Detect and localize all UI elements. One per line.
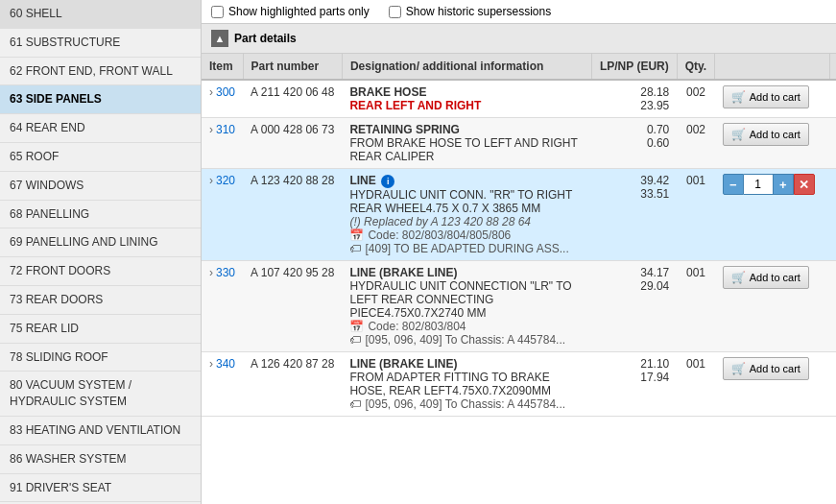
desig-code: 📅 Code: 802/803/804/805/806 xyxy=(349,228,584,242)
sidebar-item-67[interactable]: 67 WINDOWS xyxy=(0,172,201,201)
price-cell: 21.1017.94 xyxy=(591,352,677,417)
sidebar-item-83[interactable]: 83 HEATING AND VENTILATION xyxy=(0,417,201,445)
sidebar-item-63[interactable]: 63 SIDE PANELS xyxy=(0,85,201,114)
sidebar: 60 SHELL61 SUBSTRUCTURE62 FRONT END, FRO… xyxy=(0,0,202,504)
action-cell: 🛒 Add to cart xyxy=(715,261,830,352)
part-number: A 126 420 87 28 xyxy=(251,357,334,371)
designation-cell: LINE (BRAKE LINE)FROM ADAPTER FITTING TO… xyxy=(342,352,591,417)
info-icon[interactable]: i xyxy=(381,175,394,188)
col-part-number: Part number xyxy=(243,54,342,80)
price-cell: 28.1823.95 xyxy=(591,80,677,118)
sidebar-item-65[interactable]: 65 ROOF xyxy=(0,143,201,172)
avl-cell xyxy=(830,80,836,118)
collapse-button[interactable]: ▲ xyxy=(211,30,228,47)
sidebar-item-62[interactable]: 62 FRONT END, FRONT WALL xyxy=(0,58,201,86)
item-number[interactable]: 320 xyxy=(216,174,235,187)
item-cell: ›320 xyxy=(202,169,243,261)
sidebar-item-64[interactable]: 64 REAR END xyxy=(0,114,201,143)
avl-cell xyxy=(830,261,836,352)
qty-value: 002 xyxy=(686,123,705,136)
table-row: ›330A 107 420 95 28LINE (BRAKE LINE)HYDR… xyxy=(202,261,836,352)
col-action xyxy=(715,54,830,80)
add-to-cart-button[interactable]: 🛒 Add to cart xyxy=(723,266,809,289)
price1: 28.18 xyxy=(599,85,669,99)
part-number: A 123 420 88 28 xyxy=(251,174,334,187)
action-cell: 🛒 Add to cart xyxy=(715,80,830,118)
expand-arrow: › xyxy=(209,85,213,99)
designation-cell: RETAINING SPRINGFROM BRAKE HOSE TO LEFT … xyxy=(342,118,591,169)
col-avl: Avl. xyxy=(830,54,836,80)
table-row: ›340A 126 420 87 28LINE (BRAKE LINE)FROM… xyxy=(202,352,836,417)
qty-minus-button[interactable]: − xyxy=(723,174,744,195)
item-cell: ›330 xyxy=(202,261,243,352)
sidebar-item-69[interactable]: 69 PANELLING AND LINING xyxy=(0,228,201,257)
col-designation: Designation/ additional information xyxy=(342,54,591,80)
tag-icon: 🏷 xyxy=(349,333,361,347)
col-qty: Qty. xyxy=(677,54,714,80)
add-to-cart-button[interactable]: 🛒 Add to cart xyxy=(723,85,809,108)
price1: 39.42 xyxy=(599,174,669,187)
designation-cell: BRAKE HOSEREAR LEFT AND RIGHT xyxy=(342,80,591,118)
item-number[interactable]: 330 xyxy=(216,266,235,279)
calendar-icon: 📅 xyxy=(349,320,364,333)
add-to-cart-button[interactable]: 🛒 Add to cart xyxy=(723,123,809,146)
price-cell: 0.700.60 xyxy=(591,118,677,169)
part-number-cell: A 211 420 06 48 xyxy=(243,80,342,118)
tag-icon: 🏷 xyxy=(349,397,361,411)
sidebar-item-80[interactable]: 80 VACUUM SYSTEM / HYDRAULIC SYSTEM xyxy=(0,372,201,417)
desig-line1: LINE (BRAKE LINE) xyxy=(349,357,584,371)
table-row: ›320A 123 420 88 28LINE iHYDRAULIC UNIT … xyxy=(202,169,836,261)
item-number[interactable]: 300 xyxy=(216,85,235,99)
price1: 21.10 xyxy=(599,357,669,371)
avl-cell xyxy=(830,169,836,261)
calendar-icon: 📅 xyxy=(349,228,364,242)
qty-value: 001 xyxy=(686,174,705,187)
topbar: Show highlighted parts only Show histori… xyxy=(202,0,836,24)
sidebar-item-78[interactable]: 78 SLIDING ROOF xyxy=(0,344,201,372)
item-number[interactable]: 310 xyxy=(216,123,235,136)
sidebar-item-91[interactable]: 91 DRIVER'S SEAT xyxy=(0,474,201,503)
qty-cell: 001 xyxy=(677,169,714,261)
qty-plus-button[interactable]: + xyxy=(773,174,794,195)
item-cell: ›310 xyxy=(202,118,243,169)
item-number[interactable]: 340 xyxy=(216,357,235,371)
part-number: A 211 420 06 48 xyxy=(251,85,334,99)
desig-line2: HYDRAULIC UNIT CONNECTION "LR" TO LEFT R… xyxy=(349,279,584,320)
qty-value: 002 xyxy=(686,85,705,99)
avl-cell xyxy=(830,352,836,417)
price2: 23.95 xyxy=(599,99,669,112)
qty-value: 001 xyxy=(686,266,705,279)
price1: 0.70 xyxy=(599,123,669,136)
col-item: Item xyxy=(202,54,243,80)
sidebar-item-61[interactable]: 61 SUBSTRUCTURE xyxy=(0,29,201,58)
sidebar-item-72[interactable]: 72 FRONT DOORS xyxy=(0,257,201,286)
qty-cell: 002 xyxy=(677,118,714,169)
part-number-cell: A 126 420 87 28 xyxy=(243,352,342,417)
desig-line2: REAR LEFT AND RIGHT xyxy=(349,99,584,112)
qty-input[interactable] xyxy=(744,174,773,195)
part-details-title: Part details xyxy=(234,32,297,45)
desig-line3: (!) Replaced by A 123 420 88 28 64 xyxy=(349,215,584,228)
cart-icon: 🛒 xyxy=(731,271,746,284)
part-details-header: ▲ Part details xyxy=(202,24,836,54)
qty-close-button[interactable]: ✕ xyxy=(794,174,815,195)
add-to-cart-button[interactable]: 🛒 Add to cart xyxy=(723,357,809,380)
desig-line2: FROM ADAPTER FITTING TO BRAKE HOSE, REAR… xyxy=(349,371,584,397)
highlighted-parts-checkbox[interactable]: Show highlighted parts only xyxy=(211,5,370,18)
part-number: A 107 420 95 28 xyxy=(251,266,334,279)
sidebar-item-75[interactable]: 75 REAR LID xyxy=(0,315,201,344)
price2: 33.51 xyxy=(599,187,669,201)
part-number-cell: A 107 420 95 28 xyxy=(243,261,342,352)
action-cell: − + ✕ xyxy=(715,169,830,261)
expand-arrow: › xyxy=(209,266,213,279)
sidebar-item-86[interactable]: 86 WASHER SYSTEM xyxy=(0,445,201,474)
expand-arrow: › xyxy=(209,357,213,371)
parts-table-container: Item Part number Designation/ additional… xyxy=(202,54,836,504)
sidebar-item-68[interactable]: 68 PANELLING xyxy=(0,201,201,229)
price-cell: 34.1729.04 xyxy=(591,261,677,352)
qty-cell: 002 xyxy=(677,80,714,118)
sidebar-item-73[interactable]: 73 REAR DOORS xyxy=(0,286,201,315)
historic-supersessions-checkbox[interactable]: Show historic supersessions xyxy=(389,5,551,18)
sidebar-item-60[interactable]: 60 SHELL xyxy=(0,0,201,29)
price2: 0.60 xyxy=(599,136,669,150)
